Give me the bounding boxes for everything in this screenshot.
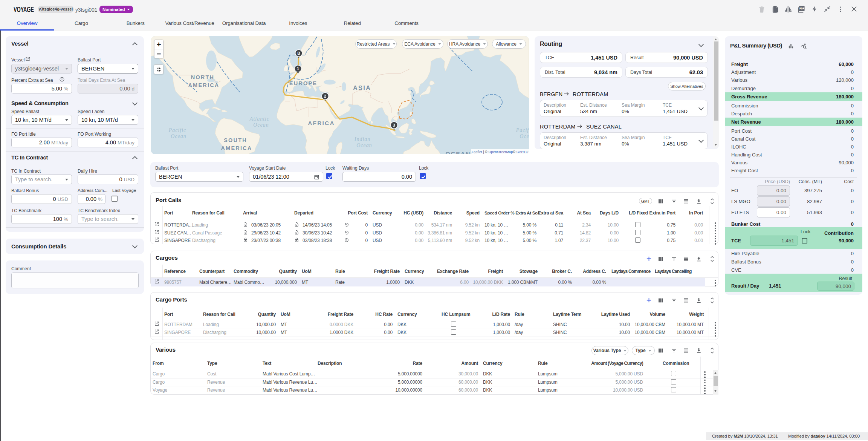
- svg-text:Ocean: Ocean: [253, 122, 269, 128]
- svg-text:Indian: Indian: [354, 136, 371, 142]
- svg-text:Ocean: Ocean: [171, 133, 186, 139]
- svg-text:Atlantic: Atlantic: [249, 116, 269, 122]
- svg-text:SOUTH: SOUTH: [224, 137, 247, 143]
- svg-text:PDF: PDF: [799, 7, 804, 10]
- svg-text:Pacific: Pacific: [516, 127, 529, 133]
- svg-text:AFRICA: AFRICA: [308, 120, 335, 126]
- svg-text:EUROPE: EUROPE: [289, 80, 317, 86]
- svg-text:B: B: [297, 51, 300, 55]
- svg-text:AMERICA: AMERICA: [188, 82, 219, 88]
- svg-text:Ocea: Ocea: [520, 133, 529, 139]
- svg-text:Ocean: Ocean: [356, 142, 372, 148]
- svg-text:2: 2: [324, 94, 326, 98]
- svg-text:NORTH: NORTH: [191, 74, 215, 80]
- svg-text:Leaflet | © OpenStreetMap© CAR: Leaflet | © OpenStreetMap© CARTO: [472, 150, 528, 154]
- svg-text:ASIA: ASIA: [353, 84, 371, 91]
- svg-text:AMERICA: AMERICA: [221, 145, 252, 151]
- svg-text:3: 3: [393, 123, 395, 127]
- svg-text:Pacific: Pacific: [168, 127, 186, 133]
- svg-text:1: 1: [297, 66, 299, 71]
